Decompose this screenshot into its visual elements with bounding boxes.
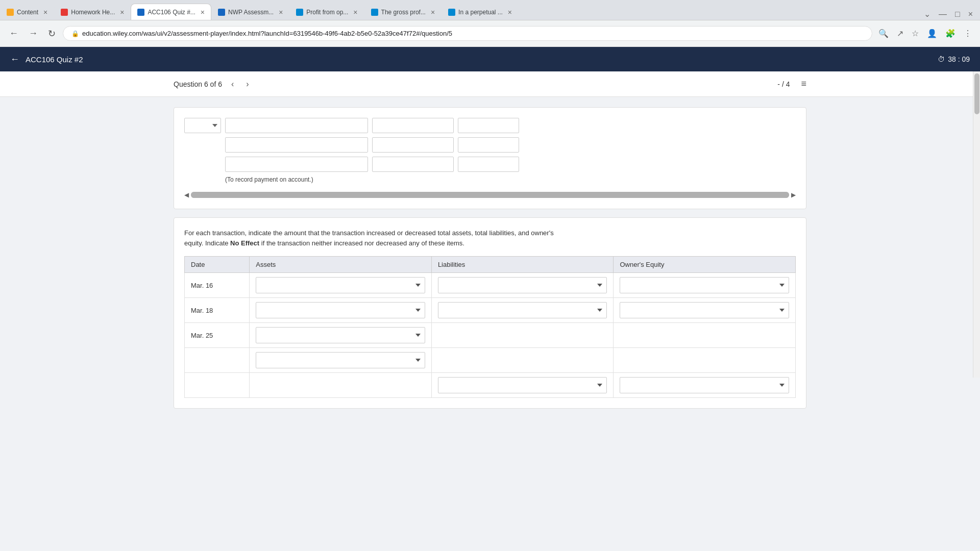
reload-button[interactable]: ↻ [45,26,59,41]
liabilities-mar18-select[interactable]: Increase Decrease No Effect [438,302,607,318]
tab-nwp-close[interactable]: × [279,8,283,16]
tab-perpetual-close[interactable]: × [508,8,512,16]
col-date: Date [185,257,250,273]
row3-description-input[interactable] [225,157,368,172]
close-btn[interactable]: × [965,9,976,20]
assets-mar25-cell: Increase Decrease No Effect [250,323,432,348]
forward-button[interactable]: → [26,26,41,41]
search-icon[interactable]: 🔍 [876,27,891,40]
date-mar18: Mar. 18 [185,298,250,323]
question-nav-bar: Question 6 of 6 ‹ › - / 4 ≡ [0,71,980,97]
equity-mar25-extra-empty [614,348,796,373]
row1-credit-input[interactable] [458,118,519,133]
next-question-button[interactable]: › [243,79,252,90]
perpetual-tab-icon [448,9,455,16]
assets-mar25-select[interactable]: Increase Decrease No Effect [256,327,425,343]
question-list-icon[interactable]: ≡ [801,79,806,89]
liabilities-extra-select[interactable]: Increase Decrease No Effect [438,377,607,393]
table-row: Increase Decrease No Effect [185,348,796,373]
assets-mar18-select[interactable]: Increase Decrease No Effect [256,302,425,318]
app-header: ← ACC106 Quiz #2 ⏱ 38 : 09 [0,47,980,71]
table-row: Mar. 25 Increase Decrease No Effect [185,323,796,348]
address-icons: 🔍 ↗ ☆ 👤 🧩 ⋮ [876,27,974,40]
tab-homework[interactable]: Homework He... × [54,4,131,20]
tab-gross[interactable]: The gross prof... × [364,4,442,20]
acc106-tab-icon [137,9,144,16]
tab-content-close[interactable]: × [43,8,47,16]
tab-dropdown-btn[interactable]: ⌄ [921,8,934,20]
app-back-arrow[interactable]: ← [10,54,19,65]
liabilities-extra-cell: Increase Decrease No Effect [431,373,614,398]
scroll-track[interactable] [191,192,789,198]
row3-debit-input[interactable] [372,157,454,172]
journal-row-3 [184,157,796,172]
journal-note: (To record payment on account.) [184,176,796,183]
journal-row-1 [184,118,796,133]
col-assets: Assets [250,257,432,273]
tab-profit[interactable]: Profit from op... × [289,4,364,20]
liabilities-mar16-cell: Increase Decrease No Effect [431,273,614,298]
tab-nwp[interactable]: NWP Assessm... × [211,4,289,20]
liabilities-mar25-empty [431,323,614,348]
row2-credit-input[interactable] [458,137,519,153]
col-liabilities: Liabilities [431,257,614,273]
table-row: Mar. 18 Increase Decrease No Effect [185,298,796,323]
scroll-right-arrow[interactable]: ▶ [791,191,796,198]
menu-icon[interactable]: ⋮ [962,27,974,40]
row3-credit-input[interactable] [458,157,519,172]
liabilities-mar16-select[interactable]: Increase Decrease No Effect [438,277,607,293]
tab-perpetual-label: In a perpetual ... [458,9,503,16]
url-bar[interactable]: 🔒 education.wiley.com/was/ui/v2/assessme… [63,26,872,41]
tab-profit-close[interactable]: × [353,8,357,16]
assets-mar16-select[interactable]: Increase Decrease No Effect [256,277,425,293]
equity-mar16-select[interactable]: Increase Decrease No Effect [620,277,789,293]
main-content: (To record payment on account.) ◀ ▶ For … [0,97,980,551]
equity-extra-cell: Increase Decrease No Effect [614,373,796,398]
timer-value: 38 : 09 [948,55,970,63]
row2-description-input[interactable] [225,137,368,153]
no-effect-label: No Effect [230,239,259,247]
tab-gross-close[interactable]: × [431,8,435,16]
table-row: Mar. 16 Increase Decrease No Effect [185,273,796,298]
tab-homework-close[interactable]: × [120,8,124,16]
tab-profit-label: Profit from op... [306,9,348,16]
liabilities-mar18-cell: Increase Decrease No Effect [431,298,614,323]
prev-question-button[interactable]: ‹ [228,79,237,90]
bookmark-icon[interactable]: ☆ [910,27,921,40]
address-bar: ← → ↻ 🔒 education.wiley.com/was/ui/v2/as… [0,20,980,47]
tab-bar: Content × Homework He... × ACC106 Quiz #… [0,0,980,20]
timer-icon: ⏱ [938,55,945,63]
horizontal-scrollbar[interactable]: ◀ ▶ [184,191,796,198]
tab-nwp-label: NWP Assessm... [228,9,274,16]
homework-tab-icon [61,9,68,16]
equity-mar16-cell: Increase Decrease No Effect [614,273,796,298]
tab-perpetual[interactable]: In a perpetual ... × [442,4,519,20]
profile-icon[interactable]: 👤 [925,27,939,40]
scroll-left-arrow[interactable]: ◀ [184,191,189,198]
tab-acc106-close[interactable]: × [201,8,205,16]
nwp-tab-icon [218,9,225,16]
minimize-btn[interactable]: — [936,9,950,20]
maximize-btn[interactable]: □ [952,9,963,20]
equity-extra-select[interactable]: Increase Decrease No Effect [620,377,789,393]
share-icon[interactable]: ↗ [895,27,905,40]
transaction-table: Date Assets Liabilities Owner's Equity M… [184,256,796,398]
lock-icon: 🔒 [71,30,79,37]
back-button[interactable]: ← [6,26,21,41]
scrollbar-thumb[interactable] [974,73,979,114]
url-text: education.wiley.com/was/ui/v2/assessment… [82,30,452,37]
date-mar25-extra-empty [185,348,250,373]
row1-debit-input[interactable] [372,118,454,133]
equity-mar18-select[interactable]: Increase Decrease No Effect [620,302,789,318]
app-title: ACC106 Quiz #2 [26,55,83,64]
row2-debit-input[interactable] [372,137,454,153]
row1-description-input[interactable] [225,118,368,133]
equity-mar25-empty [614,323,796,348]
tab-content[interactable]: Content × [0,4,54,20]
extensions-icon[interactable]: 🧩 [943,27,958,40]
assets-mar25-extra-select[interactable]: Increase Decrease No Effect [256,352,425,368]
journal-entry-card: (To record payment on account.) ◀ ▶ [174,107,806,209]
tab-acc106[interactable]: ACC106 Quiz #... × [131,4,211,20]
row1-date-dropdown[interactable] [184,118,221,133]
right-scrollbar[interactable] [973,71,980,378]
